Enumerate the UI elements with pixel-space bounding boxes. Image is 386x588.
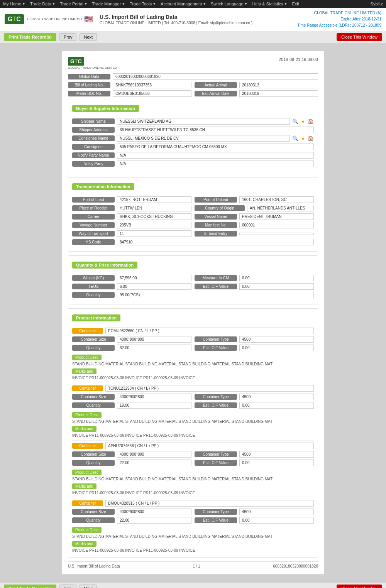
- nav-switch-language[interactable]: Switch Language ▼: [211, 2, 247, 6]
- record-logo: GTC GLOBAL TRADE ONLINE LIMITED: [68, 57, 117, 69]
- notify-party-name-row: Notify Party Name N/A: [72, 152, 314, 159]
- shipper-name-row: Shipper Name NUESSLI SWITZERLAND AG 🔍 ★ …: [72, 118, 314, 125]
- product-desc-label-1: Product Desc: [72, 412, 102, 418]
- voyage-manifest-row: Voyage Number 295VB Manifest No. 000001: [72, 222, 314, 228]
- prev-button-bottom[interactable]: Prev: [59, 585, 77, 588]
- next-button-bottom[interactable]: Next: [80, 585, 97, 588]
- container-label-3: Container: [72, 500, 103, 506]
- bol-no-value: SHKK756910337353: [113, 82, 191, 88]
- container-cif-col-0: Esti. CIF Value 0.00: [195, 345, 314, 351]
- manifest-no-label: Manifest No.: [195, 222, 237, 228]
- marks-btn-0: Marks and: [72, 367, 314, 375]
- top-toolbar: Print Trade Record(s) Prev Next Close Th…: [0, 31, 386, 43]
- container-type-value-3: 4500: [239, 509, 314, 515]
- consignee-label: Consignee: [72, 144, 115, 150]
- search-icon-consignee[interactable]: 🔍: [292, 135, 298, 141]
- in-bond-entry-col: In-bond Entry: [195, 230, 314, 237]
- nav-exit[interactable]: Exit: [292, 2, 299, 6]
- transport-header: Transportation Information: [72, 183, 314, 193]
- product-desc-btn-0: Product Desc: [72, 353, 314, 361]
- port-of-load-label: Port of Load: [72, 197, 115, 203]
- container-size-value-1: 4000*900*800: [117, 394, 191, 400]
- master-bol-label: Mater BOL No.: [68, 91, 110, 96]
- container-cif-value-1: 0.00: [239, 402, 314, 409]
- buyer-supplier-title: Buyer & Supplier Information: [72, 105, 139, 112]
- nav-trade-tools[interactable]: Trade Tools ▼: [130, 2, 156, 6]
- esti-cif-col: Esti. CIF Value 0.00: [195, 283, 314, 290]
- container-id-3: BMOU4328915 ( CN / L / PP ): [105, 500, 314, 507]
- header-bar: GTC GLOBAL TRADE ONLINE LIMITED 🇺🇸 - U.S…: [0, 8, 386, 31]
- marks-label-3: Marks and: [72, 541, 96, 547]
- global-data-label: Global Data: [68, 74, 110, 79]
- transportation-section: Transportation Information Port of Load …: [68, 177, 318, 252]
- home-icon-shipper[interactable]: 🏠: [308, 118, 314, 124]
- star-icon-shipper[interactable]: ★: [301, 118, 305, 124]
- notify-party-name-label: Notify Party Name: [72, 152, 115, 158]
- star-icon-consignee[interactable]: ★: [301, 135, 305, 141]
- global-data-value: 600320180320000601820: [113, 73, 318, 80]
- esti-arrival-label: Esti Arrival Date: [195, 91, 237, 96]
- nav-trade-data[interactable]: Trade Data ▼: [30, 2, 56, 6]
- container-size-col-1: Container Size 4000*900*800: [72, 394, 191, 400]
- port-of-load-value: 42157, ROTTERDAM: [117, 196, 191, 203]
- nav-my-home[interactable]: My Home ▼: [3, 2, 25, 6]
- container-row-3: Container BMOU4328915 ( CN / L / PP ): [72, 500, 314, 507]
- print-button-top[interactable]: Print Trade Record(s): [4, 33, 56, 41]
- nav-trade-portal[interactable]: Trade Portal ▼: [60, 2, 88, 6]
- shipper-name-label: Shipper Name: [72, 118, 115, 124]
- bol-no-label: Bill of Lading No.: [68, 82, 110, 88]
- container-size-row-1: Container Size 4000*900*800 Container Ty…: [72, 394, 314, 400]
- logo-area: GTC GLOBAL TRADE ONLINE LIMITED: [5, 14, 82, 24]
- marks-label-1: Marks and: [72, 426, 96, 432]
- container-size-value-2: 4000*900*800: [117, 451, 191, 458]
- prev-button-top[interactable]: Prev: [59, 33, 77, 41]
- teus-col: TEUS 6.00: [72, 283, 191, 290]
- product-desc-btn-3: Product Desc: [72, 525, 314, 534]
- nav-help-statistics[interactable]: Help & Statistics ▼: [252, 2, 287, 6]
- port-of-unload-value: 1601, CHARLESTON, SC: [239, 196, 314, 203]
- bottom-toolbar: Print Trade Record(s) Prev Next Close Th…: [0, 582, 386, 588]
- container-type-label-2: Container Type: [195, 451, 237, 457]
- container-size-value-3: 4000*900*800: [117, 509, 191, 515]
- container-id-2: APHU7074568 ( CN / L / PP ): [105, 443, 314, 449]
- marks-text-0: INVOICE PR11-000925-03-06 INVO ICE PR11-…: [72, 375, 314, 381]
- teus-value: 6.00: [117, 283, 191, 290]
- place-country-row: Place of Receipt HUTTWILEN Country of Or…: [72, 205, 314, 211]
- container-size-row-3: Container Size 4000*900*800 Container Ty…: [72, 509, 314, 515]
- product-desc-text-2: STAND BUILDING MATERIAL STAND BUILDING M…: [72, 476, 314, 482]
- contact-info: GLOBAL TRADE ONLINE LIMITED ( Tel: 400-7…: [100, 21, 252, 25]
- print-button-bottom[interactable]: Print Trade Record(s): [4, 585, 56, 588]
- container-size-label-3: Container Size: [72, 509, 115, 515]
- container-type-value-0: 4500: [239, 336, 314, 343]
- container-type-value-2: 4500: [239, 451, 314, 458]
- nav-account-management[interactable]: Account Management ▼: [161, 2, 206, 6]
- home-icon-consignee[interactable]: 🏠: [308, 135, 314, 141]
- notify-party-row: Notify Party N/A: [72, 161, 314, 167]
- measure-value: 0.00: [239, 275, 314, 281]
- next-button-top[interactable]: Next: [80, 33, 97, 41]
- container-qty-row-0: Quantity 32.00 Esti. CIF Value 0.00: [72, 345, 314, 351]
- company-name-right: GLOBAL TRADE ONLINE LIMITED (A): [297, 10, 381, 16]
- marks-text-3: INVOICE PR11-000925-03-06 INVO ICE PR11-…: [72, 547, 314, 553]
- product-header: Product Information: [72, 314, 314, 324]
- actual-arrival-label: Actual Arrival: [195, 82, 237, 88]
- close-button-top[interactable]: Close This Window: [337, 33, 382, 41]
- container-size-label-2: Container Size: [72, 451, 115, 457]
- container-type-col-1: Container Type 4500: [195, 394, 314, 400]
- shipper-address-value: 36 HAUPTSTRASSE HUETTWILEN TG 8536 CH: [117, 127, 314, 133]
- container-size-value-0: 4000*900*800: [117, 336, 191, 343]
- divider-1: [72, 383, 314, 383]
- container-qty-col-3: Quantity 22.00: [72, 517, 191, 524]
- close-button-bottom[interactable]: Close This Window: [337, 585, 382, 588]
- manifest-no-col: Manifest No. 000001: [195, 222, 314, 228]
- marks-btn-3: Marks and: [72, 539, 314, 547]
- record-timestamp: 2018-09-21 16:38:03: [279, 57, 318, 62]
- container-cif-label-1: Esti. CIF Value: [195, 402, 237, 408]
- place-of-receipt-label: Place of Receipt: [72, 205, 115, 211]
- consignee-name-row: Consignee Name NUSSLI MEXICO S DE RL DE …: [72, 135, 314, 142]
- search-icon-shipper[interactable]: 🔍: [292, 118, 298, 124]
- container-qty-row-3: Quantity 22.00 Esti. CIF Value 0.00: [72, 517, 314, 524]
- container-row-0: Container ECMU9822660 ( CN / L / PP ): [72, 328, 314, 334]
- nav-trade-manager[interactable]: Trade Manager ▼: [92, 2, 125, 6]
- container-cif-label-3: Esti. CIF Value: [195, 517, 237, 523]
